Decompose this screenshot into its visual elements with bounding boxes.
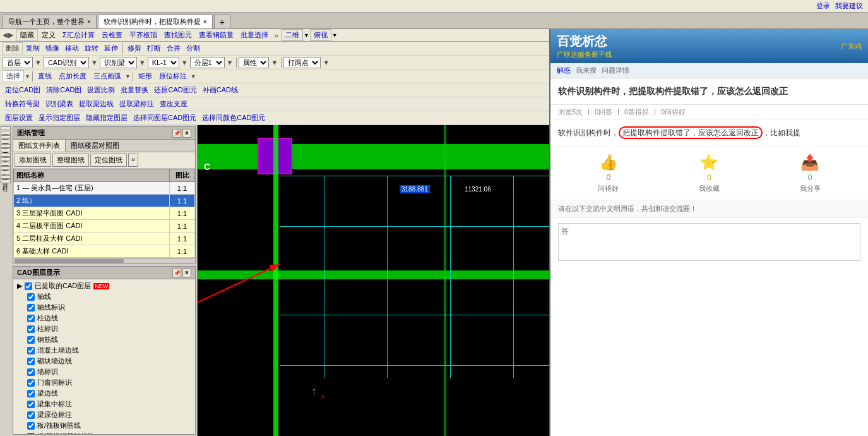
- tool-show-layer[interactable]: 显示指定图层: [36, 112, 83, 123]
- layer-panel-pin[interactable]: 📌: [172, 269, 181, 277]
- tool-extend[interactable]: 延伸: [102, 43, 121, 54]
- browser-tab-2[interactable]: 软件识别构件时，把提取构件提 ×: [98, 15, 213, 28]
- menu-find-element[interactable]: 查找图元: [161, 30, 195, 40]
- cad-id-select[interactable]: CAD识别: [44, 57, 89, 68]
- tool-select-same-color[interactable]: 选择同颜色CAD图元: [199, 112, 268, 123]
- menu-2d[interactable]: 二维: [282, 29, 303, 41]
- table-row[interactable]: 5 二层柱及大样 CADI1:1: [14, 233, 195, 245]
- menu-align[interactable]: 平齐板顶: [126, 30, 160, 40]
- mini-label-drawing[interactable]: 图: [1, 126, 11, 130]
- layer-checkbox[interactable]: [27, 368, 35, 376]
- layer-checkbox[interactable]: [27, 401, 35, 408]
- property-select[interactable]: 属性: [239, 57, 269, 68]
- action-expand-btn[interactable]: »: [128, 154, 138, 167]
- mini-label-column[interactable]: 柱: [1, 179, 11, 183]
- menu-batch-select[interactable]: 批量选择: [237, 30, 271, 40]
- menu-cloud[interactable]: 云检查: [98, 30, 126, 40]
- layer-checkbox[interactable]: [27, 304, 35, 312]
- panel-pin-btn[interactable]: 📌: [172, 129, 181, 138]
- tool-break[interactable]: 打断: [145, 43, 163, 54]
- tool-annotation[interactable]: 原位标注: [156, 71, 190, 82]
- tool-extract-beam-note[interactable]: 提取梁标注: [117, 99, 157, 109]
- tool-extract-beam-edge[interactable]: 提取梁边线: [76, 99, 116, 109]
- tool-merge[interactable]: 合并: [164, 43, 183, 54]
- layer-item[interactable]: 轴线标识: [25, 302, 194, 313]
- browser-tab-1[interactable]: 导航一个主页，整个世界 ×: [3, 15, 97, 28]
- mini-label-foundation[interactable]: 立基础: [1, 171, 11, 174]
- tool-delete[interactable]: 删除: [3, 42, 23, 54]
- layer-checkbox[interactable]: [27, 433, 35, 435]
- layer-root-item[interactable]: ▶ 已提取的CAD图层 NEW: [15, 281, 194, 291]
- tool-split[interactable]: 分割: [184, 43, 203, 54]
- menu-hide[interactable]: 隐藏: [16, 29, 38, 41]
- browser-tab-new[interactable]: +: [214, 15, 230, 28]
- menu-expand[interactable]: »: [275, 32, 278, 39]
- tool-line[interactable]: 直线: [35, 71, 55, 82]
- layer-item[interactable]: 梁集中标注: [25, 399, 194, 409]
- layer-checkbox[interactable]: [27, 325, 35, 333]
- nav-fwd-btn[interactable]: ▶: [8, 31, 13, 39]
- panel-tab-floor-map[interactable]: 图纸楼层对照图: [66, 140, 124, 152]
- tool-layer-settings[interactable]: 图层设置: [3, 112, 35, 123]
- tool-restore-cad[interactable]: 还原CAD图元: [152, 85, 199, 95]
- layer-item[interactable]: 砌块墙边线: [25, 356, 194, 366]
- tool-add-cad-line[interactable]: 补画CAD线: [200, 85, 241, 95]
- table-row[interactable]: 6 基础大样 CADI1:1: [14, 245, 195, 258]
- tool-rect[interactable]: 矩形: [135, 71, 155, 82]
- answer-input[interactable]: [558, 223, 860, 261]
- layer-panel-close[interactable]: ×: [182, 269, 191, 277]
- browser-login-btn[interactable]: 登录: [816, 1, 830, 11]
- add-drawing-btn[interactable]: 添加图纸: [15, 154, 51, 167]
- layer-item[interactable]: 柱标识: [25, 324, 194, 334]
- table-row[interactable]: 3 三层梁平面图 CADI1:1: [14, 207, 195, 220]
- layer-item[interactable]: 墙标识: [25, 366, 194, 377]
- layer-checkbox[interactable]: [27, 358, 35, 365]
- tool-select-same-layer[interactable]: 选择同图层CAD图元: [131, 112, 199, 123]
- tab1-close[interactable]: ×: [87, 18, 91, 25]
- layer-item[interactable]: 梁边线: [25, 388, 194, 399]
- tool-select[interactable]: 选择: [3, 70, 24, 82]
- tool-recognize-beam-table[interactable]: 识别梁表: [43, 99, 76, 109]
- menu-define[interactable]: 定义: [39, 30, 59, 40]
- layer-item[interactable]: 柱边线: [25, 313, 194, 324]
- tool-check-support[interactable]: 查改支座: [157, 99, 190, 109]
- tool-clear-cad[interactable]: 清除CAD图: [44, 85, 84, 95]
- tool-trim[interactable]: 修剪: [125, 43, 144, 54]
- panel-close-btn[interactable]: ×: [182, 129, 191, 138]
- twopoints-select[interactable]: 打两点: [283, 57, 321, 68]
- mini-label-rebar2[interactable]: 筋: [1, 166, 11, 170]
- layer-tree-expand[interactable]: ▶: [17, 282, 22, 290]
- cad-canvas[interactable]: C 3188.881 11321.06 ↑ ×: [198, 125, 549, 436]
- browser-suggest-btn[interactable]: 我要建议: [835, 1, 863, 11]
- layer-checkbox[interactable]: [27, 379, 35, 387]
- tool-hide-layer[interactable]: 隐藏指定图层: [83, 112, 130, 123]
- beam-select[interactable]: KL-1: [148, 57, 179, 68]
- tool-rotate[interactable]: 旋转: [82, 43, 101, 54]
- layer-item[interactable]: 混凝土墙边线: [25, 345, 194, 356]
- nav-help[interactable]: 解惑: [557, 66, 571, 75]
- layer-item[interactable]: 板/筏板钢筋线标注: [25, 431, 194, 434]
- layer-item[interactable]: 钢筋线: [25, 334, 194, 345]
- layer-checkbox[interactable]: [27, 336, 35, 344]
- menu-view-rebar[interactable]: 查看钢筋量: [196, 30, 237, 40]
- locate-drawing-btn[interactable]: 定位图纸: [90, 154, 127, 167]
- layer-select[interactable]: 分层1: [190, 57, 225, 68]
- tab2-close[interactable]: ×: [203, 18, 207, 25]
- mini-label-recognize[interactable]: 识别: [1, 135, 11, 139]
- tool-locate-cad[interactable]: 定位CAD图: [3, 85, 43, 95]
- layer-item[interactable]: 轴线: [25, 291, 194, 302]
- mini-label-net[interactable]: 网: [1, 140, 11, 143]
- mini-label-window[interactable]: 窗洞: [1, 157, 11, 161]
- recognize-select[interactable]: 识别梁: [100, 57, 137, 68]
- mini-label-combine[interactable]: 合: [1, 175, 11, 179]
- panel-tab-filelist[interactable]: 图纸文件列表: [13, 140, 66, 152]
- layer-checkbox[interactable]: [27, 347, 35, 354]
- mini-label-drawing2[interactable]: 图: [1, 131, 11, 135]
- menu-dropdown1[interactable]: ▼: [304, 32, 309, 39]
- organize-drawing-btn[interactable]: 整理图纸: [52, 154, 89, 167]
- tool-batch-replace[interactable]: 批量替换: [118, 85, 151, 95]
- layer-item[interactable]: 板/筏板钢筋线: [25, 420, 194, 431]
- nav-search[interactable]: 我来搜: [576, 66, 597, 75]
- tool-point-length[interactable]: 点加长度: [56, 71, 90, 82]
- table-row[interactable]: 4 二层板平面图 CADI1:1: [14, 220, 195, 233]
